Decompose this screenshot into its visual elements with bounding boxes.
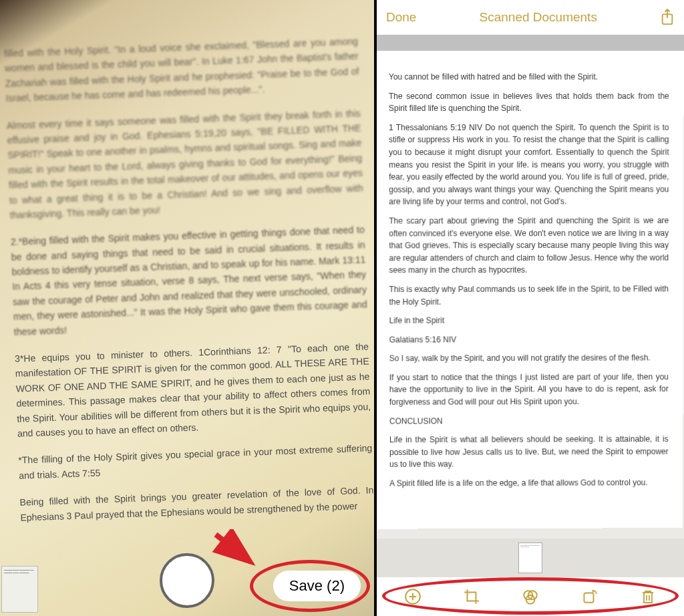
document-paragraph: This is exactly why Paul commands us to … xyxy=(389,283,669,308)
document-viewport[interactable]: You cannot be filled with hatred and be … xyxy=(377,51,684,538)
scanned-documents-screen: Done Scanned Documents You cannot be fil… xyxy=(377,0,684,616)
captured-thumbnail[interactable]: ▬▬▬▬ ▬▬▬ ▬▬▬▬▬ ▬▬ ▬▬▬▬ ▬▬▬ ▬▬▬▬▬ xyxy=(1,566,38,613)
document-paragraph: You cannot be filled with hatred and be … xyxy=(389,71,669,84)
share-icon[interactable] xyxy=(660,8,675,27)
subheader-bar xyxy=(377,35,684,51)
document-paragraph: So I say, walk by the Spirit, and you wi… xyxy=(389,352,669,365)
scanned-page: You cannot be filled with hatred and be … xyxy=(377,51,684,529)
document-paragraph: 2.*Being filled with the Spirit makes yo… xyxy=(11,222,368,339)
document-paragraph: A Spirit filled life is a life on the ed… xyxy=(389,476,668,490)
live-document-preview: filled with the Holy Spirit. "In a loud … xyxy=(0,7,374,616)
document-paragraph: CONCLUSION xyxy=(389,414,669,428)
document-paragraph: The second common issue in believes live… xyxy=(389,90,669,114)
navigation-bar: Done Scanned Documents xyxy=(377,0,684,35)
document-paragraph: Life in the Spirit xyxy=(389,314,669,327)
document-paragraph: filled with the Holy Spirit. "In a loud … xyxy=(4,34,360,106)
svg-rect-9 xyxy=(584,593,593,603)
camera-capture-screen: filled with the Holy Spirit. "In a loud … xyxy=(0,0,374,616)
page-thumbnail-strip: ▬▬ ▬▬▬ ▬ ▬▬ ▬▬▬ ▬▬ ▬▬▬ ▬ ▬▬ xyxy=(377,538,684,577)
document-paragraph: *The filling of the Holy Spirit gives yo… xyxy=(18,441,373,483)
document-paragraph: 3*He equips you to minister to others. 1… xyxy=(15,339,371,441)
filter-icon[interactable] xyxy=(521,587,540,606)
shutter-button[interactable] xyxy=(160,553,214,608)
document-paragraph: The scary part about grieving the Spirit… xyxy=(389,214,669,277)
document-paragraph: Almost every time it says someone was fi… xyxy=(7,106,364,222)
add-page-icon[interactable] xyxy=(403,587,422,606)
page-thumbnail[interactable]: ▬▬ ▬▬▬ ▬ ▬▬ ▬▬▬ ▬▬ ▬▬▬ ▬ ▬▬ xyxy=(518,543,542,573)
page-title: Scanned Documents xyxy=(416,10,660,25)
done-button[interactable]: Done xyxy=(386,10,416,25)
trash-icon[interactable] xyxy=(639,587,657,606)
edit-toolbar xyxy=(377,577,684,616)
document-paragraph: 1 Thessalonians 5:19 NIV Do not quench t… xyxy=(389,122,669,208)
document-paragraph: Being filled with the Spirit brings you … xyxy=(19,482,374,524)
crop-icon[interactable] xyxy=(462,587,481,606)
rotate-icon[interactable] xyxy=(580,587,598,606)
document-paragraph: If you start to notice that the things I… xyxy=(389,371,669,408)
save-button[interactable]: Save (2) xyxy=(273,571,361,601)
document-paragraph: Galatians 5:16 NIV xyxy=(389,333,669,345)
document-paragraph: Life in the Spirit is what all believers… xyxy=(389,433,669,470)
